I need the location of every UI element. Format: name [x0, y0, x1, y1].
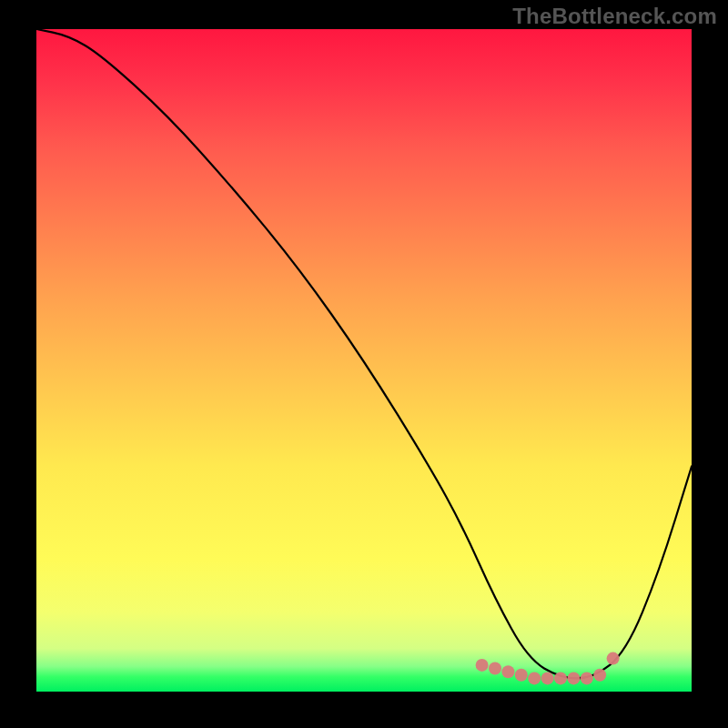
svg-point-3 — [515, 669, 528, 682]
watermark: TheBottleneck.com — [512, 4, 717, 29]
svg-point-8 — [581, 672, 593, 684]
svg-point-7 — [567, 672, 580, 684]
svg-point-2 — [501, 665, 514, 678]
chart-container: TheBottleneck.com — [0, 0, 728, 728]
svg-point-9 — [593, 669, 606, 682]
svg-point-6 — [554, 672, 567, 684]
chart-overlay — [36, 29, 692, 692]
svg-point-5 — [541, 672, 554, 684]
svg-point-4 — [528, 672, 541, 684]
plot-area — [36, 29, 692, 692]
series-curve — [36, 29, 692, 678]
svg-point-1 — [489, 662, 501, 675]
svg-point-10 — [607, 652, 620, 665]
svg-point-0 — [476, 659, 489, 672]
series-optimal-band — [476, 652, 620, 685]
